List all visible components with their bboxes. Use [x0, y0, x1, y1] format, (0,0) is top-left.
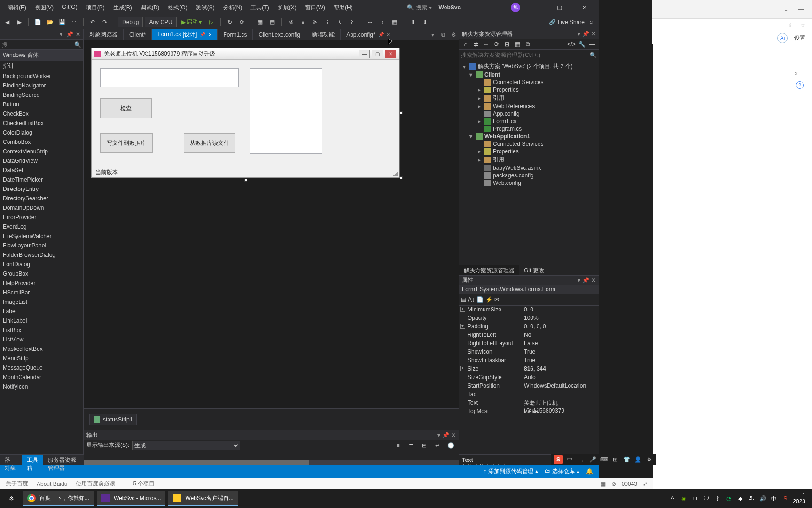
output-wrap-icon[interactable]: ↩ [432, 440, 443, 451]
menu-item[interactable]: 扩展(X) [274, 2, 300, 14]
tray-net-icon[interactable]: 🖧 [748, 495, 755, 502]
document-tab[interactable]: App.config*📌× [341, 29, 396, 40]
toolbox-item[interactable]: GroupBox [0, 269, 83, 278]
tray-usb-icon[interactable]: ψ [691, 495, 699, 502]
output-tool-icon[interactable]: ≣ [406, 440, 416, 451]
bring-front-icon[interactable]: ⬆ [408, 17, 418, 27]
toolbox-tab[interactable]: 工具箱 [22, 455, 43, 465]
expand-arrow-icon[interactable]: ▸ [476, 103, 483, 110]
toolbox-item[interactable]: BackgroundWorker [0, 71, 83, 81]
toolbox-item[interactable]: Label [0, 307, 83, 316]
toolbox-item[interactable]: FolderBrowserDialog [0, 250, 83, 260]
taskbar-app-vs[interactable]: WebSvc - Micros... [97, 491, 165, 506]
start-nodebug-icon[interactable]: ▷ [206, 17, 217, 27]
toolbox-item[interactable]: HScrollBar [0, 288, 83, 297]
tray-nvidia-icon[interactable]: ◉ [680, 495, 687, 502]
output-src-select[interactable]: 生成 [132, 441, 240, 450]
toolbox-item[interactable]: ContextMenuStrip [0, 147, 83, 156]
expand-icon[interactable]: + [460, 366, 465, 371]
toolbox-item[interactable]: LinkLabel [0, 316, 83, 325]
prop-row[interactable]: TopMostFalse [459, 407, 599, 416]
ime-grid-icon[interactable]: ⊞ [611, 455, 619, 464]
sln-search-input[interactable] [461, 52, 590, 58]
ime-kbd-icon[interactable]: ⌨ [600, 455, 608, 464]
menu-item[interactable]: Git(G) [58, 2, 81, 14]
search-icon[interactable]: 🔍 [590, 52, 597, 58]
menu-item[interactable]: 项目(P) [82, 2, 109, 14]
start-button[interactable]: ⚙ [3, 490, 20, 507]
tree-item[interactable]: ▾WebApplication1 [459, 133, 599, 140]
align-bot-icon[interactable]: ⫯ [347, 17, 357, 27]
align-center-icon[interactable]: ≡ [298, 17, 308, 27]
sp-h-icon[interactable]: ↔ [365, 17, 375, 27]
chevron-down-icon[interactable]: ⌄ [782, 5, 790, 14]
tree-item[interactable]: ▸Web References [459, 103, 599, 110]
align-left-icon[interactable]: ⫷ [286, 17, 296, 27]
menu-item[interactable]: 生成(B) [109, 2, 136, 14]
prop-value[interactable]: WindowsDefaultLocation [521, 382, 599, 390]
toolbox-item[interactable]: EventLog [0, 222, 83, 231]
textbox-control[interactable] [100, 68, 239, 87]
props-dropdown-icon[interactable]: ▾ [578, 277, 580, 284]
ime-cn-icon[interactable]: 中 [566, 455, 574, 464]
tab-close-icon[interactable]: × [387, 32, 390, 38]
sln-close-icon[interactable]: ✕ [591, 31, 596, 37]
prop-value[interactable] [521, 390, 599, 399]
nav-back-icon[interactable]: ◀ [2, 17, 12, 27]
toolbox-item[interactable]: ComboBox [0, 137, 83, 147]
tray-bt-icon[interactable]: ᛒ [714, 495, 721, 502]
showall-icon[interactable]: ▦ [513, 40, 522, 49]
ime-user-icon[interactable]: 👤 [633, 455, 642, 464]
save-all-icon[interactable]: 🗃 [69, 17, 79, 27]
expand-arrow-icon[interactable]: ▸ [476, 148, 483, 155]
az-icon[interactable]: A↓ [468, 296, 475, 303]
toolbox-dropdown-icon[interactable]: ▾ [58, 31, 64, 38]
output-tool-icon[interactable]: ⊟ [419, 440, 429, 451]
toolbox-close-icon[interactable]: ✕ [75, 31, 81, 38]
ime-toolbar[interactable]: S 中 ·, 🎤 ⌨ ⊞ 👕 👤 ⚙ [551, 454, 656, 465]
tray-vol-icon[interactable]: 🔊 [759, 495, 766, 502]
document-tab[interactable]: Client* [124, 29, 152, 40]
toolbox-category-forms[interactable]: Windows 窗体 [0, 50, 83, 61]
tray-wechat-icon[interactable]: ◔ [725, 495, 733, 502]
expand-arrow-icon[interactable]: ▸ [476, 157, 483, 163]
window-minimize-icon[interactable]: — [524, 1, 545, 14]
expand-arrow-icon[interactable]: ▸ [476, 118, 483, 125]
redo-icon[interactable]: ↷ [100, 17, 110, 27]
tree-item[interactable]: ▸Properties [459, 148, 599, 155]
star-icon[interactable]: ☆ [800, 22, 805, 29]
toolbox-item[interactable]: HelpProvider [0, 278, 83, 288]
tree-item[interactable]: babyWebSvc.asmx [459, 164, 599, 172]
document-tab[interactable]: 新增功能 [306, 29, 341, 40]
taskbar-app-explorer[interactable]: WebSvc客户端自... [168, 491, 238, 506]
tray-shield-icon[interactable]: 🛡 [703, 495, 710, 502]
tab-gear-icon[interactable]: ⚙ [448, 29, 459, 40]
copy-icon[interactable]: ⧉ [523, 40, 532, 49]
new-item-icon[interactable]: 📄 [32, 17, 43, 27]
home-icon[interactable]: ⌂ [461, 40, 470, 49]
tray-clock[interactable]: 12023 [793, 492, 805, 505]
sln-pin-icon[interactable]: 📌 [582, 31, 589, 37]
prop-value[interactable]: 816, 344 [521, 365, 599, 373]
props-close-icon[interactable]: ✕ [591, 277, 596, 284]
refresh-icon[interactable]: ⟳ [492, 40, 501, 49]
start-debug-button[interactable]: ▶ 启动 ▾ [179, 18, 204, 26]
align-right-icon[interactable]: ⫸ [310, 17, 320, 27]
props-pin-icon[interactable]: 📌 [582, 277, 589, 284]
sln-dropdown-icon[interactable]: ▾ [578, 31, 580, 37]
toolbox-item[interactable]: MaskedTextBox [0, 344, 83, 354]
prop-row[interactable]: Opacity100% [459, 314, 599, 323]
toolbox-item[interactable]: MenuStrip [0, 354, 83, 363]
prop-row[interactable]: ShowIconTrue [459, 348, 599, 357]
tree-item[interactable]: ▸引用 [459, 94, 599, 103]
user-avatar[interactable]: 旭 [511, 3, 520, 12]
prop-value[interactable]: Auto [521, 373, 599, 382]
prop-row[interactable]: RightToLeftNo [459, 331, 599, 340]
menu-item[interactable]: 工具(T) [247, 2, 273, 14]
output-close-icon[interactable]: ✕ [451, 432, 456, 438]
prop-row[interactable]: Tag [459, 390, 599, 399]
prop-value[interactable]: 关老师上位机 VX:1156809379 [521, 399, 599, 407]
tree-item[interactable]: ▸Form1.cs [459, 118, 599, 125]
menu-item[interactable]: 格式(O) [164, 2, 191, 14]
menu-item[interactable]: 编辑(E) [4, 2, 30, 14]
